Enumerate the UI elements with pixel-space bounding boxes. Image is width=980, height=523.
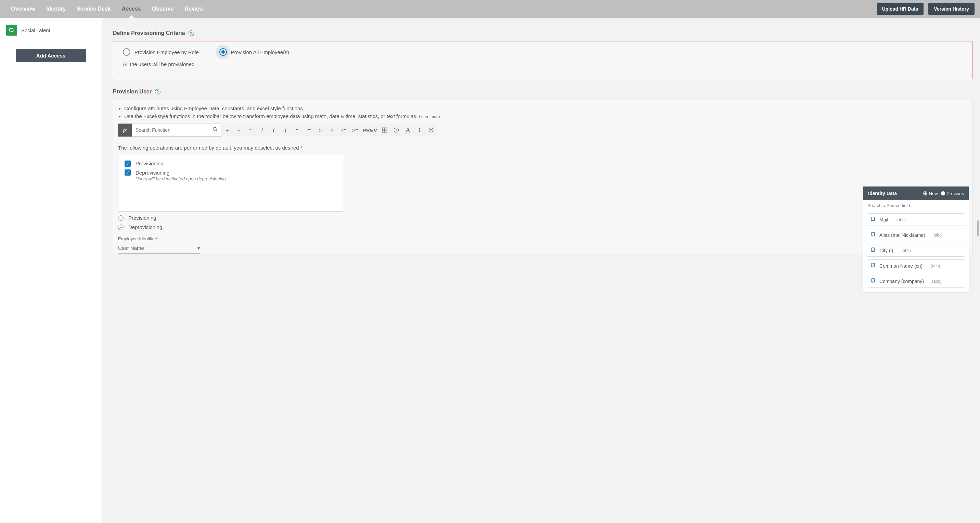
identity-field-item[interactable]: Alias (mailNickName) (abc) (867, 229, 965, 241)
help-icon[interactable]: ? (155, 89, 161, 94)
svg-rect-0 (10, 29, 13, 32)
svg-rect-2 (382, 128, 384, 130)
identity-field-type: (abc) (897, 217, 906, 222)
radio-all-employees[interactable]: Provision All Employee(s) (220, 48, 289, 56)
svg-point-1 (213, 128, 216, 131)
op-divide[interactable]: / (256, 124, 268, 137)
identity-data-panel: Identity Data New Previous Search a Sour… (863, 186, 969, 292)
svg-point-9 (430, 129, 431, 130)
help-icon[interactable]: ? (189, 30, 194, 36)
field-icon (870, 216, 876, 223)
op-gte[interactable]: >= (349, 124, 361, 137)
top-navbar: Overview Identity Service Desk Access Ob… (0, 0, 980, 18)
op-gt[interactable]: > (315, 124, 326, 137)
radio-icon (220, 48, 227, 56)
identity-data-title: Identity Data (868, 191, 920, 196)
chevron-down-icon: ▾ (197, 245, 200, 251)
op-eq[interactable]: = (291, 124, 303, 137)
identity-field-label: Common Name (cn) (880, 263, 923, 269)
radio-previous-label: Previous (947, 191, 964, 196)
info-category-icon[interactable] (414, 124, 425, 137)
op-rparen[interactable]: ) (280, 124, 291, 137)
search-icon[interactable] (209, 126, 221, 134)
identity-field-label: City (l) (880, 248, 893, 253)
field-icon (870, 263, 876, 269)
provision-user-panel: Configure attributes using Employee Data… (113, 100, 972, 254)
main-content: Define Provisioning Criteria ? Provision… (102, 18, 980, 523)
employee-identifier-value: User Name (118, 245, 144, 251)
define-criteria-title: Define Provisioning Criteria ? (113, 30, 972, 36)
section-provisioning[interactable]: − Provisioning (118, 215, 967, 221)
op-plus[interactable]: + (221, 124, 233, 137)
identity-field-type: (abc) (932, 279, 941, 284)
svg-rect-4 (382, 131, 384, 132)
radio-all-employees-label: Provision All Employee(s) (231, 49, 289, 55)
op-neq[interactable]: != (303, 124, 315, 137)
function-search[interactable] (132, 124, 221, 137)
radio-new-label: New (929, 191, 937, 196)
field-icon (870, 278, 876, 284)
radio-previous[interactable]: Previous (941, 191, 964, 196)
tab-overview[interactable]: Overview (5, 0, 41, 18)
collapse-icon[interactable]: − (118, 215, 124, 221)
app-menu-kebab-icon[interactable]: ⋮ (84, 25, 96, 36)
criteria-note: All the users will be provisioned (123, 61, 963, 67)
checkbox-provisioning-label: Provisioning (135, 161, 164, 166)
identity-field-item[interactable]: City (l) (abc) (867, 244, 965, 257)
identity-field-label: Mail (880, 217, 888, 222)
identity-field-list: Mail (abc) Alias (mailNickName) (abc) Ci… (863, 211, 969, 292)
math-category-icon[interactable] (379, 124, 390, 137)
operations-note: The following operations are performed b… (118, 145, 967, 151)
tab-review[interactable]: Review (179, 0, 209, 18)
identity-search-input[interactable]: Search a Source field... (863, 200, 969, 211)
radio-icon (941, 191, 945, 195)
define-criteria-label: Define Provisioning Criteria (113, 30, 185, 36)
op-lte[interactable]: <= (338, 124, 349, 137)
op-lparen[interactable]: ( (268, 124, 280, 137)
employee-identifier-dropdown[interactable]: User Name ▾ (118, 243, 200, 254)
section-deprovisioning[interactable]: − Deprovisioning (118, 224, 967, 230)
employee-identifier-label: Employee Identifier* (118, 236, 967, 241)
op-multiply[interactable]: * (245, 124, 256, 137)
tab-service-desk[interactable]: Service Desk (71, 0, 116, 18)
identity-field-item[interactable]: Company (company) (abc) (867, 275, 965, 287)
app-name-label: Social Talent (21, 27, 84, 33)
radio-icon (923, 191, 927, 195)
svg-point-11 (431, 131, 431, 131)
learn-more-link[interactable]: Learn more (419, 114, 440, 119)
checkbox-provisioning[interactable]: ✓ (124, 161, 131, 167)
radio-by-role[interactable]: Provision Employee by Role (123, 48, 199, 56)
fx-icon: fx (118, 124, 132, 137)
version-history-button[interactable]: Version History (928, 3, 975, 15)
upload-hr-data-button[interactable]: Upload HR Data (877, 3, 924, 15)
op-prev[interactable]: PREV (361, 124, 379, 137)
tab-observe[interactable]: Observe (146, 0, 179, 18)
tab-access[interactable]: Access (116, 0, 146, 18)
logic-category-icon[interactable] (425, 124, 437, 137)
add-access-button[interactable]: Add Access (16, 49, 86, 62)
datetime-category-icon[interactable] (390, 124, 402, 137)
op-minus[interactable]: - (233, 124, 245, 137)
app-logo-icon (6, 25, 17, 36)
radio-new[interactable]: New (923, 191, 937, 196)
identity-field-item[interactable]: Common Name (cn) (abc) (867, 260, 965, 272)
tab-identity[interactable]: Identity (41, 0, 71, 18)
checkbox-deprovisioning-label: Deprovisioning (135, 170, 169, 175)
function-search-input[interactable] (132, 128, 209, 133)
svg-rect-3 (385, 128, 387, 130)
main-tabs: Overview Identity Service Desk Access Ob… (5, 0, 209, 18)
op-lt[interactable]: < (326, 124, 338, 137)
collapse-icon[interactable]: − (118, 225, 124, 230)
field-icon (870, 247, 876, 254)
operator-bar: + - * / ( ) = != > < <= >= PREV (221, 124, 437, 137)
identity-field-item[interactable]: Mail (abc) (867, 213, 965, 226)
tip-item: Use the Excel-style functions in the too… (124, 113, 967, 121)
checkbox-deprovisioning[interactable]: ✓ (124, 169, 131, 175)
tip-text: Use the Excel-style functions in the too… (124, 113, 417, 119)
tips-list: Configure attributes using Employee Data… (118, 105, 967, 120)
text-category-icon[interactable]: A (402, 124, 414, 137)
sidebar: Social Talent ⋮ Add Access (0, 18, 102, 523)
scrollbar-thumb[interactable] (977, 220, 979, 236)
svg-point-8 (429, 128, 433, 132)
svg-point-7 (419, 128, 420, 129)
